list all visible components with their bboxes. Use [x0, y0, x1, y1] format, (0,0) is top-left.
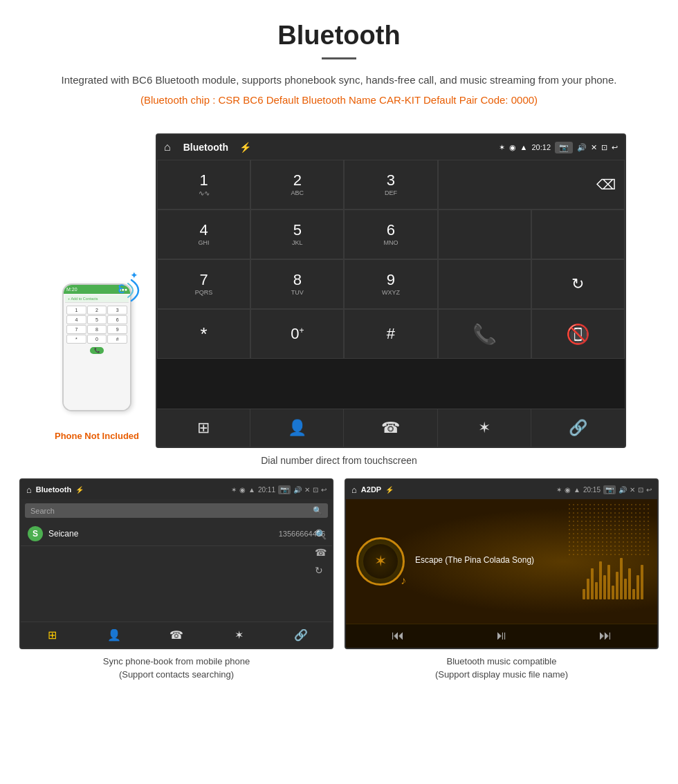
pb-vol-icon[interactable]: 🔊: [293, 486, 302, 494]
bt-music-icon: ✶: [374, 552, 387, 570]
back-icon[interactable]: ↩: [612, 143, 618, 152]
phonebook-home-icon[interactable]: ⌂: [26, 485, 32, 495]
pb-bt-icon: ✶: [231, 486, 237, 494]
bluetooth-nav-button[interactable]: ✶: [438, 409, 531, 447]
backspace-button[interactable]: ⌫: [596, 176, 616, 193]
phonebook-action-icons: 🔍 ☎ ↻: [315, 529, 327, 576]
dial-empty-6: [438, 259, 531, 309]
music-screen-wrapper: ⌂ A2DP ⚡ ✶ ◉ ▲ 20:15 📷 🔊 ✕ ⊡ ↩: [339, 478, 664, 682]
song-title: Escape (The Pina Colada Song): [415, 555, 647, 565]
dial-empty-5: [531, 209, 625, 259]
ms-close-icon[interactable]: ✕: [630, 486, 635, 494]
contact-row[interactable]: S Seicane 13566664466: [21, 522, 332, 546]
play-pause-button[interactable]: ⏯: [495, 628, 508, 643]
dial-key-6[interactable]: 6 MNO: [344, 209, 437, 259]
phone-call-button[interactable]: 📞: [90, 347, 104, 354]
call-button[interactable]: 📞: [438, 309, 531, 359]
pb-refresh-side-icon[interactable]: ↻: [315, 565, 327, 576]
dial-key-9[interactable]: 9 WXYZ: [344, 259, 437, 309]
phonebook-header: ⌂ Bluetooth ⚡ ✶ ◉ ▲ 20:11 📷 🔊 ✕ ⊡ ↩: [21, 480, 332, 499]
dial-key-5[interactable]: 5 JKL: [250, 209, 344, 259]
volume-icon[interactable]: 🔊: [577, 143, 587, 152]
ms-vol-icon[interactable]: 🔊: [619, 486, 627, 494]
close-icon[interactable]: ✕: [591, 143, 597, 152]
phone-nav-button[interactable]: ☎: [344, 409, 437, 447]
music-header: ⌂ A2DP ⚡ ✶ ◉ ▲ 20:15 📷 🔊 ✕ ⊡ ↩: [346, 480, 657, 499]
link-nav-button[interactable]: 🔗: [531, 409, 625, 447]
dialpad-nav-button[interactable]: ⊞: [157, 409, 250, 447]
phonebook-title: Bluetooth: [36, 485, 71, 494]
dial-key-0[interactable]: 0+: [250, 309, 344, 359]
ms-full-icon[interactable]: ⊡: [638, 486, 643, 494]
music-caption: Bluetooth music compatible (Support disp…: [345, 655, 659, 682]
svg-text:ℇ: ℇ: [118, 283, 125, 295]
phonebook-list: S Seicane 13566664466: [21, 522, 332, 622]
dialpad-area: 1 ∿∿ 2 ABC 3 DEF ⌫ 4 GHI 5 JKL: [157, 160, 625, 409]
search-icon[interactable]: 🔍: [313, 506, 322, 515]
music-screen: ⌂ A2DP ⚡ ✶ ◉ ▲ 20:15 📷 🔊 ✕ ⊡ ↩: [345, 478, 659, 649]
phone-mockup-container: ✦ ℇ M:20●●● + Add to Contacts: [52, 133, 142, 448]
prev-track-button[interactable]: ⏮: [392, 628, 404, 643]
phonebook-screen: ⌂ Bluetooth ⚡ ✶ ◉ ▲ 20:11 📷 🔊 ✕ ⊡ ↩ Sear…: [19, 478, 333, 649]
pb-loc-icon: ◉: [239, 486, 246, 494]
phonebook-main: S Seicane 13566664466 🔍 ☎ ↻: [21, 522, 332, 622]
phonebook-caption: Sync phone-book from mobile phone (Suppo…: [19, 655, 333, 682]
phonebook-usb-icon: ⚡: [75, 486, 84, 494]
car-screen-title: Bluetooth: [183, 142, 228, 153]
pb-sig-icon: ▲: [248, 486, 255, 494]
camera-button[interactable]: 📷: [555, 142, 573, 153]
contacts-nav-button[interactable]: 👤: [250, 409, 344, 447]
phonebook-header-right: ✶ ◉ ▲ 20:11 📷 🔊 ✕ ⊡ ↩: [231, 485, 327, 494]
pb-search-side-icon[interactable]: 🔍: [315, 529, 327, 540]
dial-key-hash[interactable]: #: [344, 309, 437, 359]
music-header-right: ✶ ◉ ▲ 20:15 📷 🔊 ✕ ⊡ ↩: [556, 485, 652, 494]
pb-nav-link[interactable]: 🔗: [270, 622, 332, 648]
phone-keypad: 123 456 789 *0#: [65, 304, 129, 345]
pb-nav-bt[interactable]: ✶: [208, 622, 270, 648]
pb-full-icon[interactable]: ⊡: [313, 486, 318, 494]
pb-time: 20:11: [258, 486, 275, 494]
dial-key-7[interactable]: 7 PQRS: [157, 259, 250, 309]
dial-key-star[interactable]: *: [157, 309, 250, 359]
signal-icon: ▲: [520, 143, 528, 151]
home-icon[interactable]: ⌂: [164, 141, 171, 153]
ms-bt-icon: ✶: [556, 486, 562, 494]
car-head-unit-screen: ⌂ Bluetooth ⚡ ✶ ◉ ▲ 20:12 📷 🔊 ✕ ⊡ ↩ 1 ∿∿: [156, 133, 626, 448]
music-info: Escape (The Pina Colada Song): [415, 555, 647, 568]
phonebook-content: Search 🔍 S Seicane 13566664466 🔍 ☎: [21, 499, 332, 622]
pb-cam-icon[interactable]: 📷: [278, 485, 291, 494]
dial-key-2[interactable]: 2 ABC: [250, 160, 344, 209]
page-header: Bluetooth Integrated with BC6 Bluetooth …: [0, 0, 678, 133]
ms-sig-icon: ▲: [574, 486, 580, 494]
pb-back-icon[interactable]: ↩: [321, 486, 327, 494]
phone-not-included-label: Phone Not Included: [55, 431, 139, 441]
pb-nav-phone[interactable]: ☎: [145, 622, 208, 648]
search-placeholder: Search: [30, 507, 55, 515]
description-text: Integrated with BC6 Bluetooth module, su…: [42, 72, 636, 88]
location-icon: ◉: [509, 143, 516, 152]
pb-close-icon[interactable]: ✕: [304, 486, 310, 494]
album-art-inner: ✶: [363, 544, 398, 579]
dial-key-3[interactable]: 3 DEF: [344, 160, 437, 209]
pb-nav-dialpad[interactable]: ⊞: [21, 622, 83, 648]
call-green-icon: 📞: [473, 323, 497, 346]
ms-cam-icon[interactable]: 📷: [603, 485, 616, 494]
end-call-button[interactable]: 📵: [531, 309, 625, 359]
dial-key-8[interactable]: 8 TUV: [250, 259, 344, 309]
ms-back-icon[interactable]: ↩: [646, 486, 652, 494]
music-usb-icon: ⚡: [385, 486, 394, 494]
pb-call-side-icon[interactable]: ☎: [315, 547, 327, 558]
refresh-button[interactable]: ↻: [531, 259, 625, 309]
bluetooth-status-icon: ✶: [499, 143, 505, 152]
phonebook-screen-wrapper: ⌂ Bluetooth ⚡ ✶ ◉ ▲ 20:11 📷 🔊 ✕ ⊡ ↩ Sear…: [14, 478, 339, 682]
dial-key-4[interactable]: 4 GHI: [157, 209, 250, 259]
pb-nav-contacts[interactable]: 👤: [83, 622, 145, 648]
contact-name: Seicane: [48, 529, 78, 539]
music-note-icon: ♪: [401, 575, 406, 587]
next-track-button[interactable]: ⏭: [599, 628, 612, 643]
fullscreen-icon[interactable]: ⊡: [601, 143, 607, 152]
search-bar[interactable]: Search 🔍: [25, 503, 328, 518]
ms-time: 20:15: [583, 486, 601, 494]
dial-key-1[interactable]: 1 ∿∿: [157, 160, 250, 209]
music-home-icon[interactable]: ⌂: [351, 485, 357, 495]
